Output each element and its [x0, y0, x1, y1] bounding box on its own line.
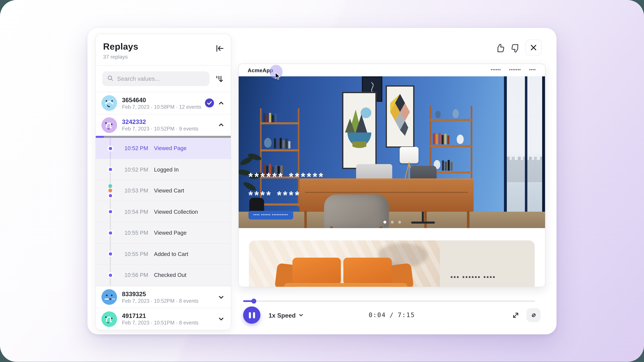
session-controls [218, 294, 225, 300]
thumbs-down-icon[interactable] [510, 43, 521, 54]
event-row[interactable]: 10:52 PM Logged In [96, 159, 231, 180]
progress-track[interactable] [243, 300, 535, 302]
event-row[interactable]: 10:55 PM Viewed Page [96, 222, 231, 244]
chevron-down-icon [298, 313, 304, 318]
replay-modal: Replays 37 replays [88, 28, 556, 334]
event-row[interactable]: 10:52 PM Viewed Page [96, 138, 231, 159]
search-row [96, 66, 231, 92]
session-scroll-indicator[interactable] [96, 136, 231, 138]
event-label: Viewed Page [154, 145, 186, 152]
session-avatar [102, 95, 117, 111]
event-time: 10:52 PM [124, 166, 154, 173]
nav-item-masked: ******* [509, 68, 521, 72]
session-id: 3242332 [122, 118, 213, 125]
expand-icon [511, 311, 520, 319]
laptop [356, 164, 392, 181]
scroll-indicator-track [104, 136, 231, 138]
chevron-down-icon[interactable] [218, 316, 224, 322]
session-avatar [102, 117, 117, 133]
event-row[interactable]: 10:56 PM Checked Out [96, 265, 231, 286]
replayed-site-header: AcmeApp ****** ******* **** [239, 64, 545, 76]
event-time: 10:56 PM [124, 272, 154, 278]
session-avatar [102, 289, 117, 305]
chevron-up-icon[interactable] [218, 100, 224, 106]
controls-right [511, 308, 546, 322]
session-row-4917121[interactable]: 4917121 Feb 7, 2023 · 10:51PM · 8 events [96, 308, 231, 330]
playback-time: 0:04 / 7:15 [368, 311, 415, 319]
session-id: 8339325 [122, 290, 213, 297]
session-text: 3654640 Feb 7, 2023 · 10:58PM · 12 event… [122, 96, 200, 110]
session-meta: Feb 7, 2023 · 10:52PM · 9 events [122, 126, 213, 132]
event-time: 10:52 PM [124, 145, 154, 152]
replays-sidebar: Replays 37 replays [95, 34, 231, 330]
event-dot [108, 209, 113, 215]
event-dot [108, 167, 113, 172]
event-row[interactable]: 10:55 PM Added to Cart [96, 244, 231, 265]
pause-icon [249, 312, 251, 318]
collapse-sidebar-icon[interactable] [215, 44, 224, 53]
event-label: Viewed Cart [154, 187, 184, 194]
watched-check-badge [205, 99, 214, 108]
event-dot [108, 251, 113, 257]
chevron-up-icon[interactable] [218, 122, 224, 128]
session-avatar [102, 311, 117, 327]
playback-progress-bar[interactable] [243, 299, 535, 304]
session-row-8339325[interactable]: 8339325 Feb 7, 2023 · 10:52PM · 8 events [96, 286, 231, 308]
event-dot-orange [108, 189, 112, 192]
session-meta: Feb 7, 2023 · 10:58PM · 12 events [122, 104, 200, 110]
event-dot [108, 145, 113, 151]
event-label: Added to Cart [154, 251, 188, 257]
wall-art-mountains [342, 92, 377, 169]
speed-selector[interactable]: 1x Speed [269, 312, 304, 319]
session-meta: Feb 7, 2023 · 10:52PM · 8 events [122, 298, 213, 304]
product-card[interactable]: *** ****** **** [249, 240, 535, 287]
pause-icon [253, 312, 255, 318]
session-controls [218, 122, 225, 128]
time-current: 0:04 [368, 311, 386, 319]
search-input-wrap[interactable] [102, 71, 210, 86]
event-label: Viewed Collection [154, 208, 198, 215]
session-id: 3654640 [122, 96, 200, 103]
hero-masked-heading: ****** ****** **** **** [248, 172, 325, 201]
close-icon [530, 44, 537, 51]
chevron-down-icon[interactable] [218, 294, 224, 300]
search-input[interactable] [117, 76, 204, 82]
event-timeline: 10:52 PM Viewed Page 10:52 PM Logged In … [96, 138, 231, 286]
hero-cta-button[interactable]: **** ****** ********** [248, 211, 293, 219]
nav-item-masked: **** [529, 68, 536, 72]
event-dot [108, 272, 113, 278]
site-nav-masked: ****** ******* **** [491, 68, 536, 72]
session-row-3242332[interactable]: 3242332 Feb 7, 2023 · 10:52PM · 9 events [96, 114, 231, 136]
hero-heading-line2: **** **** [248, 190, 325, 201]
thumbs-up-icon[interactable] [495, 43, 506, 54]
event-dot [108, 230, 113, 236]
close-button[interactable] [525, 39, 542, 56]
office-chair [410, 166, 437, 181]
carousel-dots[interactable] [384, 221, 401, 224]
session-text: 3242332 Feb 7, 2023 · 10:52PM · 9 events [122, 118, 213, 132]
session-row-3654640[interactable]: 3654640 Feb 7, 2023 · 10:58PM · 12 event… [96, 92, 231, 114]
event-label: Logged In [154, 166, 178, 173]
fullscreen-button[interactable] [511, 311, 520, 319]
event-row[interactable]: 10:53 PM Viewed Cart [96, 180, 231, 201]
page-title: Replays [103, 41, 224, 52]
replays-count: 37 replays [103, 54, 224, 60]
pause-button[interactable] [243, 306, 260, 324]
session-controls [218, 316, 225, 322]
progress-handle[interactable] [252, 299, 256, 304]
floor-lamp [400, 147, 418, 163]
sofa-photo [249, 240, 440, 287]
wall-art-diamonds [386, 85, 414, 148]
carousel-dot[interactable] [391, 221, 394, 224]
site-content-section: *** ****** **** [239, 228, 545, 287]
sort-icon[interactable] [214, 74, 224, 84]
replay-viewport[interactable]: AcmeApp ****** ******* **** [238, 64, 546, 287]
event-row[interactable]: 10:54 PM Viewed Collection [96, 201, 231, 222]
copy-link-button[interactable] [526, 308, 540, 322]
hero-heading-line1: ****** ****** [248, 172, 325, 182]
carousel-dot[interactable] [398, 221, 401, 224]
carousel-dot-active[interactable] [384, 221, 386, 224]
nav-item-masked: ****** [491, 68, 501, 72]
time-total: 7:15 [398, 311, 415, 319]
session-controls [205, 99, 225, 108]
